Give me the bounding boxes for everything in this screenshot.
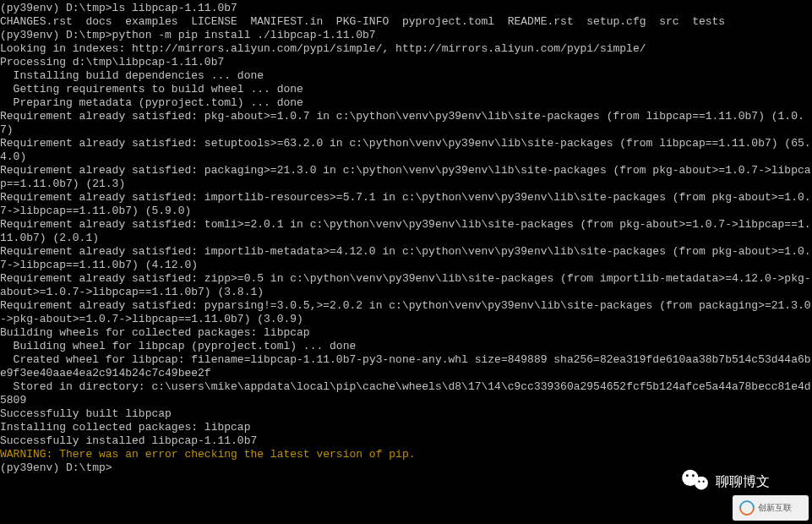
terminal-line: Building wheel for libpcap (pyproject.to…: [0, 340, 812, 353]
terminal-line: Processing d:\tmp\libpcap-1.11.0b7: [0, 56, 812, 69]
terminal-line: Requirement already satisfied: importlib…: [0, 245, 812, 272]
wechat-watermark: 聊聊博文: [680, 468, 770, 494]
terminal-line: Requirement already satisfied: pyparsing…: [0, 299, 812, 326]
brand-watermark: 创新互联: [733, 495, 809, 521]
terminal-line: Preparing metadata (pyproject.toml) ... …: [0, 96, 812, 110]
terminal-line: (py39env) D:\tmp>ls libpcap-1.11.0b7: [0, 2, 812, 15]
terminal-output[interactable]: (py39env) D:\tmp>ls libpcap-1.11.0b7CHAN…: [0, 2, 812, 475]
scrollbar[interactable]: [809, 0, 812, 524]
terminal-line: Requirement already satisfied: zipp>=0.5…: [0, 272, 812, 299]
svg-point-1: [695, 477, 708, 490]
svg-point-3: [692, 474, 695, 477]
wechat-icon: [680, 468, 711, 494]
terminal-line: Installing build dependencies ... done: [0, 69, 812, 83]
wechat-watermark-label: 聊聊博文: [716, 475, 770, 489]
terminal-line: WARNING: There was an error checking the…: [0, 448, 812, 461]
terminal-line: Successfully installed libpcap-1.11.0b7: [0, 434, 812, 448]
terminal-line: Created wheel for libpcap: filename=libp…: [0, 353, 812, 380]
svg-point-2: [686, 474, 689, 477]
terminal-line: Stored in directory: c:\users\mike\appda…: [0, 380, 812, 407]
terminal-line: Requirement already satisfied: packaging…: [0, 164, 812, 191]
svg-point-5: [702, 481, 704, 483]
svg-point-4: [698, 481, 700, 483]
brand-watermark-label: 创新互联: [758, 501, 792, 515]
terminal-line: Successfully built libpcap: [0, 407, 812, 421]
terminal-line: Looking in indexes: http://mirrors.aliyu…: [0, 42, 812, 56]
terminal-line: Requirement already satisfied: importlib…: [0, 191, 812, 218]
terminal-line: (py39env) D:\tmp>python -m pip install .…: [0, 29, 812, 42]
terminal-line: Requirement already satisfied: tomli>=2.…: [0, 218, 812, 245]
terminal-line: Requirement already satisfied: setuptool…: [0, 137, 812, 164]
terminal-line: Installing collected packages: libpcap: [0, 421, 812, 434]
brand-ring-icon: [736, 497, 757, 518]
terminal-line: Requirement already satisfied: pkg-about…: [0, 110, 812, 137]
terminal-line: Getting requirements to build wheel ... …: [0, 83, 812, 96]
terminal-line: Building wheels for collected packages: …: [0, 326, 812, 340]
terminal-line: CHANGES.rst docs examples LICENSE MANIFE…: [0, 15, 812, 29]
